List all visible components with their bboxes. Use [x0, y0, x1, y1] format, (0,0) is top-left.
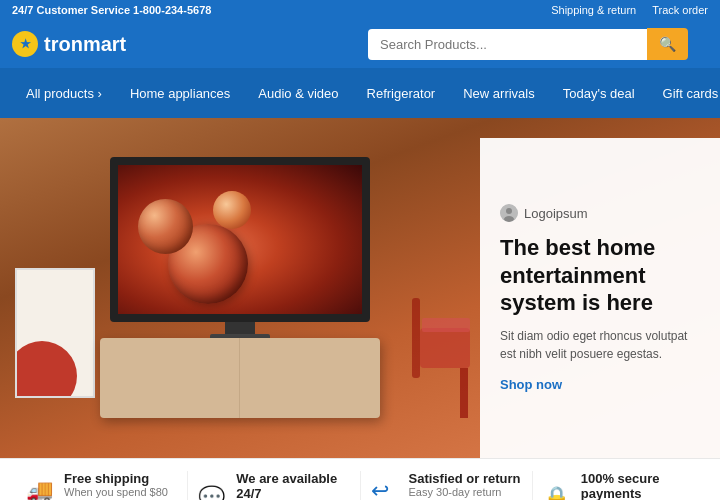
phone-number: 1-800-234-5678	[133, 4, 211, 16]
card-logo-row: Logoipsum	[500, 204, 700, 222]
feature-free-shipping: 🚚 Free shipping When you spend $80 or mo…	[16, 471, 188, 500]
nav-item-gift-cards[interactable]: Gift cards	[649, 76, 720, 111]
shipping-icon: 🚚	[26, 478, 54, 501]
hero-headline: The best home entertainment system is he…	[500, 234, 700, 317]
search-bar: 🔍	[368, 28, 688, 60]
top-bar: 24/7 Customer Service 1-800-234-5678 Shi…	[0, 0, 720, 20]
track-order-link[interactable]: Track order	[652, 4, 708, 16]
search-button[interactable]: 🔍	[647, 28, 688, 60]
chair-svg	[400, 268, 480, 428]
shop-now-button[interactable]: Shop now	[500, 377, 700, 392]
return-sub: Easy 30-day return policy	[409, 486, 522, 500]
tv-screen-inner	[118, 165, 362, 314]
available-title: We are available 24/7	[236, 471, 349, 500]
svg-rect-0	[420, 328, 470, 368]
header: ★ tronmart 🔍	[0, 20, 720, 68]
return-icon: ↩	[371, 478, 399, 501]
secure-icon: 🔒	[543, 485, 571, 500]
customer-service: 24/7 Customer Service 1-800-234-5678	[12, 4, 211, 16]
nav-bar: All products › Home appliances Audio & v…	[0, 68, 720, 118]
art-inner	[17, 270, 93, 396]
tv-screen	[110, 157, 370, 322]
search-input[interactable]	[368, 29, 647, 60]
top-bar-links: Shipping & return Track order	[551, 4, 708, 16]
tv-wrapper	[110, 157, 370, 340]
return-title: Satisfied or return	[409, 471, 522, 486]
nav-item-all-products[interactable]: All products ›	[12, 76, 116, 111]
feature-secure-payment: 🔒 100% secure payments Visa, Mastercard,…	[533, 471, 704, 500]
bottom-features-bar: 🚚 Free shipping When you spend $80 or mo…	[0, 458, 720, 500]
bubble-2	[138, 199, 193, 254]
shipping-return-link[interactable]: Shipping & return	[551, 4, 636, 16]
feature-available: 💬 We are available 24/7 Need help? conta…	[188, 471, 360, 500]
logo[interactable]: ★ tronmart	[12, 31, 126, 57]
svg-rect-1	[460, 368, 468, 418]
svg-rect-2	[412, 298, 420, 378]
bubble-3	[213, 191, 251, 229]
tv-stand-left	[100, 338, 240, 418]
svg-point-6	[504, 216, 514, 222]
chair-decoration	[400, 268, 480, 428]
nav-item-home-appliances[interactable]: Home appliances	[116, 76, 244, 111]
svg-rect-3	[422, 318, 470, 332]
hero-subtext: Sit diam odio eget rhoncus volutpat est …	[500, 327, 700, 363]
shipping-title: Free shipping	[64, 471, 177, 486]
shipping-sub: When you spend $80 or more	[64, 486, 177, 500]
tv-area	[100, 338, 400, 418]
customer-service-label: 24/7 Customer Service	[12, 4, 130, 16]
secure-title: 100% secure payments	[581, 471, 694, 500]
art-circle	[15, 341, 77, 398]
feature-return: ↩ Satisfied or return Easy 30-day return…	[361, 471, 533, 500]
card-logo-avatar	[500, 204, 518, 222]
nav-item-audio-video[interactable]: Audio & video	[244, 76, 352, 111]
hero-section: Logoipsum The best home entertainment sy…	[0, 118, 720, 458]
logo-avatar-svg	[500, 204, 518, 222]
nav-item-refrigerator[interactable]: Refrigerator	[353, 76, 450, 111]
brand-name: tronmart	[44, 33, 126, 56]
svg-point-5	[506, 208, 512, 214]
hero-card: Logoipsum The best home entertainment sy…	[480, 138, 720, 458]
art-decoration	[15, 268, 95, 398]
tv-stand	[100, 338, 380, 418]
chat-icon: 💬	[198, 485, 226, 500]
logo-icon: ★	[12, 31, 38, 57]
nav-item-new-arrivals[interactable]: New arrivals	[449, 76, 549, 111]
card-brand-name: Logoipsum	[524, 206, 588, 221]
tv-base	[225, 322, 255, 334]
nav-item-todays-deal[interactable]: Today's deal	[549, 76, 649, 111]
